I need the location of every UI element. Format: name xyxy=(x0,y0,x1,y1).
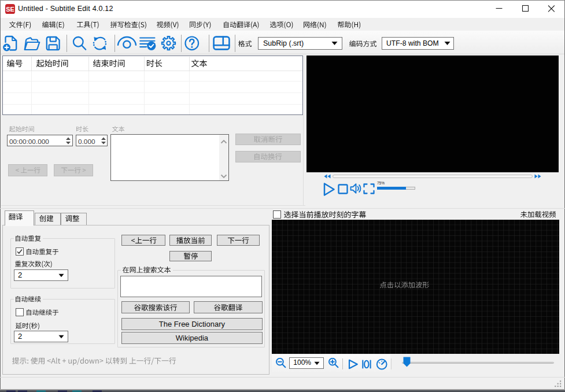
svg-text:SE: SE xyxy=(6,6,14,13)
